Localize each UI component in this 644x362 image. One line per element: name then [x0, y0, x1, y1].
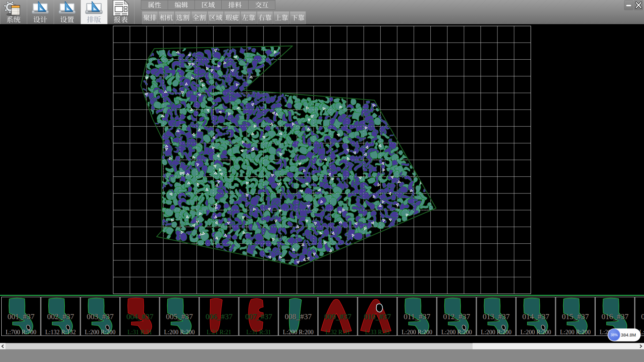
svg-text:L:200 R:200: L:200 R:200 [283, 329, 314, 336]
svg-text:006_#37: 006_#37 [206, 312, 233, 321]
svg-text:009_#37: 009_#37 [324, 312, 352, 321]
svg-text:007_#37: 007_#37 [245, 312, 272, 321]
svg-text:016_#37: 016_#37 [601, 312, 629, 321]
svg-text:L:33 R:33: L:33 R:33 [365, 329, 390, 336]
svg-text:008_#37: 008_#37 [285, 312, 312, 321]
svg-text:L:200 R:200: L:200 R:200 [521, 329, 551, 336]
svg-text:017_#37: 017_#37 [641, 312, 644, 321]
svg-text:010_#37: 010_#37 [364, 312, 391, 321]
svg-text:013_#37: 013_#37 [483, 312, 510, 321]
svg-text:002_#37: 002_#37 [47, 312, 74, 321]
svg-text:L:31 R:31: L:31 R:31 [127, 329, 152, 336]
svg-text:003_#37: 003_#37 [87, 312, 114, 321]
svg-text:L:21 R:21: L:21 R:21 [207, 329, 231, 336]
svg-text:L:200 R:200: L:200 R:200 [164, 329, 195, 336]
svg-text:012_#37: 012_#37 [443, 312, 470, 321]
svg-text:L:31 R:31: L:31 R:31 [246, 329, 271, 336]
svg-text:L:200 R:200: L:200 R:200 [441, 329, 472, 336]
svg-text:011_#37: 011_#37 [404, 312, 430, 321]
svg-text:005_#37: 005_#37 [166, 312, 193, 321]
svg-text:L:200 R:200: L:200 R:200 [560, 329, 591, 336]
svg-text:015_#37: 015_#37 [562, 312, 589, 321]
svg-text:L:132 R:132: L:132 R:132 [45, 329, 76, 336]
svg-text:004_#37: 004_#37 [126, 312, 153, 321]
svg-text:L:32 R:31: L:32 R:31 [325, 329, 350, 336]
svg-text:L:700 R:700: L:700 R:700 [6, 329, 37, 336]
svg-text:001_#37: 001_#37 [7, 312, 35, 321]
svg-text:L:200 R:200: L:200 R:200 [401, 329, 432, 336]
svg-text:L:200 R:200: L:200 R:200 [481, 329, 512, 336]
svg-text:38%: 38% [610, 333, 618, 337]
svg-text:384.8M: 384.8M [621, 333, 636, 338]
svg-text:014_#37: 014_#37 [522, 312, 549, 321]
svg-text:L:200 R:200: L:200 R:200 [85, 329, 116, 336]
